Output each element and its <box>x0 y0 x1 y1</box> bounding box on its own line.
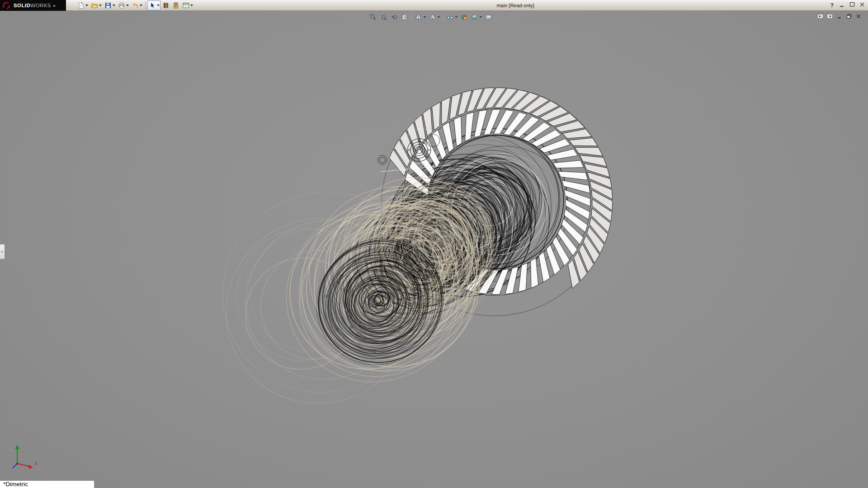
new-document-icon <box>77 2 85 9</box>
print-button[interactable] <box>117 0 130 10</box>
clipboard-button[interactable] <box>171 0 180 10</box>
panel-expand-arrow-icon: ▸ <box>1 250 3 253</box>
maximize-button[interactable] <box>848 2 856 9</box>
next-window-button[interactable] <box>826 14 833 20</box>
solidworks-logo-icon <box>3 2 12 9</box>
open-button[interactable] <box>90 0 103 10</box>
dropdown-caret-icon <box>455 16 458 18</box>
selection-filter-icon <box>162 2 170 9</box>
dropdown-caret-icon <box>424 16 426 18</box>
solidworks-logo: SOLIDWORKS ▸ <box>0 0 66 11</box>
undo-icon <box>131 2 139 9</box>
toolbar-separator <box>443 13 443 21</box>
dropdown-caret-icon <box>126 5 129 6</box>
document-window-controls <box>817 14 862 20</box>
help-icon: ? <box>830 2 834 9</box>
brand-bold: SOLID <box>14 3 30 8</box>
zoom-to-area-button[interactable] <box>379 12 389 22</box>
x-axis-label: X <box>34 461 38 466</box>
selection-filter-button[interactable] <box>161 0 170 10</box>
edit-appearance-button[interactable] <box>459 12 469 22</box>
z-axis <box>13 464 17 468</box>
view-orientation-icon <box>415 13 423 21</box>
minimize-button[interactable] <box>838 2 846 9</box>
zoom-to-fit-icon <box>369 13 377 21</box>
save-button[interactable] <box>103 0 116 10</box>
title-bar: SOLIDWORKS ▸ main [Read-only] ? <box>0 0 868 11</box>
y-axis-arrowhead-icon <box>15 445 19 449</box>
triad-origin <box>16 463 18 464</box>
undo-button[interactable] <box>130 0 143 10</box>
close-icon <box>859 1 865 9</box>
window-controls: ? <box>828 0 866 11</box>
dropdown-caret-icon <box>480 16 482 18</box>
previous-window-icon <box>817 13 823 21</box>
dropdown-caret-icon <box>140 5 142 6</box>
close-button[interactable] <box>858 2 866 9</box>
restore-document-button[interactable] <box>845 14 852 20</box>
save-icon <box>104 2 112 9</box>
previous-view-icon <box>390 13 398 21</box>
restore-document-icon <box>846 13 852 21</box>
orientation-status: *Dimetric <box>0 481 94 488</box>
orientation-triad: X <box>9 443 42 475</box>
standard-toolbar <box>76 0 194 11</box>
hide-show-items-button[interactable] <box>445 12 459 22</box>
select-button[interactable] <box>147 0 160 10</box>
brand-light: WORKS <box>30 3 51 8</box>
dropdown-caret-icon <box>190 5 193 6</box>
display-style-icon <box>429 13 437 21</box>
minimize-icon <box>839 1 845 9</box>
x-axis <box>17 464 29 466</box>
maximize-icon <box>849 1 855 9</box>
window-title: main [Read-only] <box>496 0 534 11</box>
minimize-document-button[interactable] <box>836 14 843 20</box>
x-axis-arrowhead-icon <box>28 465 33 469</box>
previous-window-button[interactable] <box>817 14 824 20</box>
feature-panel-expand-tab[interactable]: ▸ <box>0 244 5 259</box>
options-icon <box>182 2 189 9</box>
clipboard-icon <box>172 2 179 9</box>
new-document-button[interactable] <box>76 0 89 10</box>
view-settings-button[interactable] <box>484 12 494 22</box>
close-document-button[interactable] <box>855 14 862 20</box>
hide-show-items-icon <box>446 13 454 21</box>
view-settings-icon <box>485 13 493 21</box>
engine-wireframe-model <box>0 11 868 488</box>
edit-appearance-icon <box>460 13 468 21</box>
previous-view-button[interactable] <box>389 12 399 22</box>
select-icon <box>148 2 156 9</box>
toolbar-separator <box>145 1 146 9</box>
next-window-icon <box>827 13 833 21</box>
toolbar-separator <box>411 13 412 21</box>
heads-up-view-toolbar <box>368 12 494 22</box>
help-button[interactable]: ? <box>828 2 836 9</box>
apply-scene-button[interactable] <box>470 12 483 22</box>
section-view-button[interactable] <box>400 12 410 22</box>
minimize-document-icon <box>837 13 842 21</box>
orientation-label: *Dimetric <box>3 481 28 488</box>
brand-text: SOLIDWORKS <box>14 3 51 8</box>
dropdown-caret-icon <box>113 5 115 6</box>
graphics-viewport[interactable]: ▸ X *Dimetric <box>0 11 868 488</box>
print-icon <box>118 2 125 9</box>
logo-flyout-arrow-icon[interactable]: ▸ <box>54 4 56 8</box>
apply-scene-icon <box>471 13 479 21</box>
display-style-button[interactable] <box>428 12 441 22</box>
options-button[interactable] <box>181 0 194 10</box>
dropdown-caret-icon <box>157 5 160 6</box>
dropdown-caret-icon <box>99 5 102 6</box>
close-document-icon <box>856 13 861 21</box>
dropdown-caret-icon <box>438 16 440 18</box>
view-orientation-button[interactable] <box>414 12 427 22</box>
zoom-to-area-icon <box>380 13 388 21</box>
open-icon <box>90 2 98 9</box>
dropdown-caret-icon <box>85 5 88 6</box>
zoom-to-fit-button[interactable] <box>368 12 378 22</box>
section-view-icon <box>401 13 409 21</box>
